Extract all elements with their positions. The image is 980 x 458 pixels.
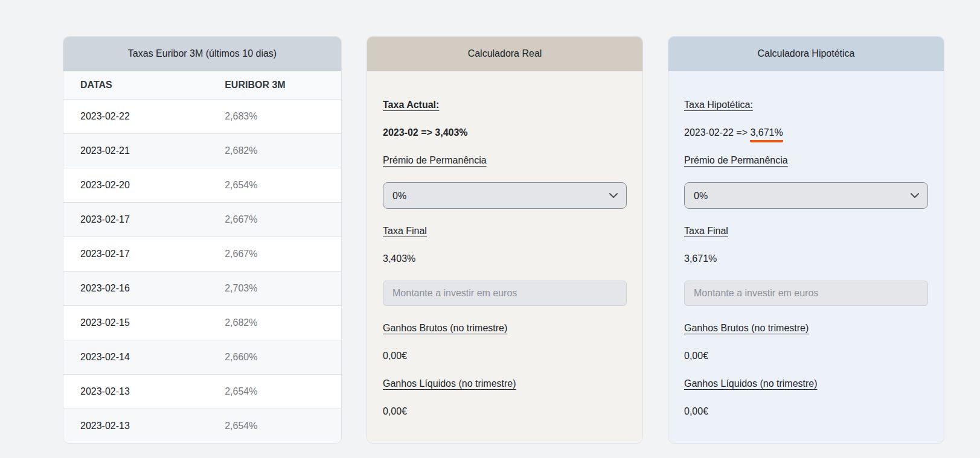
- date-cell: 2023-02-13: [63, 409, 208, 443]
- gross-gains-label: Ganhos Brutos (no trimestre): [383, 322, 627, 334]
- current-rate-label: Taxa Actual:: [383, 99, 627, 110]
- rate-cell: 2,683%: [208, 99, 341, 133]
- rate-cell: 2,654%: [208, 374, 341, 409]
- rate-cell: 2,682%: [208, 133, 341, 168]
- gross-gains-value: 0,00€: [684, 350, 928, 361]
- rate-cell: 2,654%: [208, 409, 341, 443]
- date-cell: 2023-02-17: [63, 202, 208, 237]
- rate-cell: 2,660%: [208, 340, 341, 374]
- net-gains-value: 0,00€: [684, 406, 928, 417]
- final-rate-label: Taxa Final: [383, 225, 627, 237]
- date-cell: 2023-02-15: [63, 305, 208, 340]
- gross-gains-value: 0,00€: [383, 350, 627, 361]
- net-gains-label: Ganhos Líquidos (no trimestre): [383, 378, 627, 389]
- final-rate-value: 3,671%: [684, 253, 928, 264]
- rate-cell: 2,703%: [208, 271, 341, 305]
- gross-gains-label: Ganhos Brutos (no trimestre): [684, 322, 928, 334]
- column-header-datas: DATAS: [63, 71, 208, 99]
- amount-input[interactable]: [684, 281, 928, 306]
- table-row: 2023-02-212,682%: [63, 133, 341, 168]
- net-gains-value: 0,00€: [383, 406, 627, 417]
- final-rate-value: 3,403%: [383, 253, 627, 264]
- premium-label: Prémio de Permanência: [684, 154, 928, 166]
- premium-label: Prémio de Permanência: [383, 154, 627, 166]
- column-header-euribor: EURIBOR 3M: [208, 71, 341, 99]
- real-calculator-title: Calculadora Real: [367, 37, 642, 71]
- hypothetical-calculator-card: Calculadora Hipotética Taxa Hipotética: …: [668, 36, 944, 444]
- euribor-table: DATAS EURIBOR 3M 2023-02-222,683%2023-02…: [63, 71, 341, 443]
- hypothetical-rate-value: 2023-02-22 => 3,671%: [684, 127, 928, 138]
- euribor-card-title: Taxas Euribor 3M (últimos 10 dias): [63, 37, 341, 71]
- table-row: 2023-02-222,683%: [63, 99, 341, 133]
- rate-cell: 2,654%: [208, 168, 341, 202]
- rate-cell: 2,682%: [208, 305, 341, 340]
- current-rate-value: 2023-02 => 3,403%: [383, 127, 627, 138]
- real-calculator-body: Taxa Actual: 2023-02 => 3,403% Prémio de…: [367, 71, 642, 444]
- table-row: 2023-02-172,667%: [63, 202, 341, 237]
- main-layout: Taxas Euribor 3M (últimos 10 dias) DATAS…: [63, 36, 944, 444]
- euribor-rates-card: Taxas Euribor 3M (últimos 10 dias) DATAS…: [63, 36, 342, 444]
- date-cell: 2023-02-22: [63, 99, 208, 133]
- date-cell: 2023-02-16: [63, 271, 208, 305]
- table-row: 2023-02-152,682%: [63, 305, 341, 340]
- rate-cell: 2,667%: [208, 237, 341, 271]
- table-row: 2023-02-132,654%: [63, 374, 341, 409]
- date-cell: 2023-02-14: [63, 340, 208, 374]
- net-gains-label: Ganhos Líquidos (no trimestre): [684, 378, 928, 389]
- date-cell: 2023-02-21: [63, 133, 208, 168]
- rate-cell: 2,667%: [208, 202, 341, 237]
- hypothetical-calculator-title: Calculadora Hipotética: [668, 37, 944, 71]
- euribor-table-body: 2023-02-222,683%2023-02-212,682%2023-02-…: [63, 99, 341, 443]
- highlighted-rate: 3,671%: [750, 127, 783, 142]
- date-cell: 2023-02-13: [63, 374, 208, 409]
- real-calculator-card: Calculadora Real Taxa Actual: 2023-02 =>…: [367, 36, 643, 444]
- table-row: 2023-02-132,654%: [63, 409, 341, 443]
- premium-select-wrap: 0%: [383, 182, 627, 209]
- table-row: 2023-02-202,654%: [63, 168, 341, 202]
- hypothetical-rate-label: Taxa Hipotética:: [684, 99, 928, 110]
- final-rate-label: Taxa Final: [684, 225, 928, 237]
- premium-select[interactable]: 0%: [383, 182, 627, 209]
- table-header-row: DATAS EURIBOR 3M: [63, 71, 341, 99]
- date-cell: 2023-02-17: [63, 237, 208, 271]
- premium-select[interactable]: 0%: [684, 182, 928, 209]
- hypothetical-calculator-body: Taxa Hipotética: 2023-02-22 => 3,671% Pr…: [668, 71, 944, 444]
- table-row: 2023-02-142,660%: [63, 340, 341, 374]
- table-row: 2023-02-172,667%: [63, 237, 341, 271]
- table-row: 2023-02-162,703%: [63, 271, 341, 305]
- amount-input[interactable]: [383, 281, 627, 306]
- date-cell: 2023-02-20: [63, 168, 208, 202]
- premium-select-wrap: 0%: [684, 182, 928, 209]
